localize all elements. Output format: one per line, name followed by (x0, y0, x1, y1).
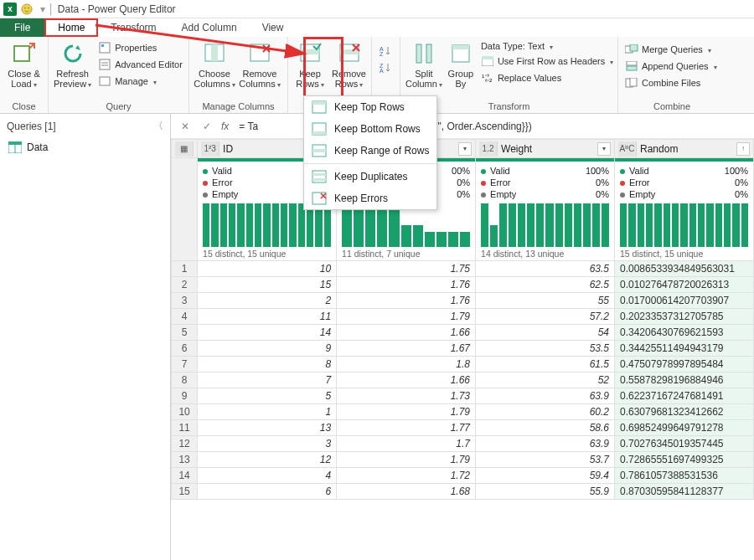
data-type-button[interactable]: Data Type: Text (479, 40, 615, 52)
cell[interactable]: 1.76 (337, 293, 476, 309)
table-row[interactable]: 4111.7957.20.20233537312705785 (172, 309, 754, 325)
cell[interactable]: 54 (476, 325, 615, 341)
cell[interactable]: 1.67 (337, 341, 476, 357)
row-number[interactable]: 7 (172, 357, 198, 372)
table-row[interactable]: 951.7363.90.62237167247681491 (172, 388, 754, 404)
cell[interactable]: 1.76 (337, 277, 476, 293)
cell[interactable]: 63.5 (476, 261, 615, 277)
row-number[interactable]: 11 (172, 420, 198, 436)
filter-dropdown-icon[interactable]: ▾ (458, 142, 472, 156)
filter-dropdown-icon[interactable]: ↑ (736, 142, 750, 156)
row-number[interactable]: 14 (172, 468, 198, 484)
cell[interactable]: 52 (476, 372, 615, 388)
cell[interactable]: 9 (198, 341, 337, 357)
cell[interactable]: 1.8 (337, 357, 476, 372)
cell[interactable]: 1.72 (337, 468, 476, 484)
table-row[interactable]: 5141.66540.34206430769621593 (172, 325, 754, 341)
cell[interactable]: 1.66 (337, 325, 476, 341)
cell[interactable]: 7 (198, 372, 337, 388)
cell[interactable]: 12 (198, 452, 337, 468)
cell[interactable]: 0.63079681323412662 (615, 404, 754, 420)
choose-columns-button[interactable]: Choose Columns (194, 39, 235, 90)
cell[interactable]: 63.9 (476, 436, 615, 452)
row-number[interactable]: 8 (172, 372, 198, 388)
queries-collapse-button[interactable]: 〈 (153, 119, 163, 133)
cell[interactable]: 4 (198, 468, 337, 484)
sort-desc-button[interactable]: ZA (377, 60, 395, 75)
cell[interactable]: 1.73 (337, 388, 476, 404)
cell[interactable]: 55.9 (476, 484, 615, 500)
cell[interactable]: 0.62237167247681491 (615, 388, 754, 404)
cell[interactable]: 53.7 (476, 452, 615, 468)
cell[interactable]: 8 (198, 357, 337, 372)
cell[interactable]: 0.0086533934849563031 (615, 261, 754, 277)
append-queries-button[interactable]: Append Queries (623, 59, 720, 74)
table-row[interactable]: 2151.7662.50.010276478720026313 (172, 277, 754, 293)
cell[interactable]: 0.017000614207703907 (615, 293, 754, 309)
cell[interactable]: 60.2 (476, 404, 615, 420)
group-by-button[interactable]: Group By (447, 39, 474, 89)
table-row[interactable]: 1011.7960.20.63079681323412662 (172, 404, 754, 420)
cell[interactable]: 55 (476, 293, 615, 309)
replace-values-button[interactable]: 12Replace Values (479, 70, 615, 85)
row-number[interactable]: 6 (172, 341, 198, 357)
sort-asc-button[interactable]: AZ (377, 44, 395, 59)
cell[interactable]: 5 (198, 388, 337, 404)
table-row[interactable]: 1561.6855.90.87030595841128377 (172, 484, 754, 500)
cell[interactable]: 1 (198, 404, 337, 420)
row-number[interactable]: 1 (172, 261, 198, 277)
cell[interactable]: 61.5 (476, 357, 615, 372)
properties-button[interactable]: Properties (96, 40, 184, 55)
row-number[interactable]: 15 (172, 484, 198, 500)
column-header-r[interactable]: AᴮCRandom↑ (615, 140, 754, 158)
cell[interactable]: 0.47507978997895484 (615, 357, 754, 372)
combine-files-button[interactable]: Combine Files (623, 75, 720, 90)
formula-cancel-button[interactable]: ✕ (178, 119, 193, 134)
row-number[interactable]: 9 (172, 388, 198, 404)
cell[interactable]: 1.68 (337, 484, 476, 500)
formula-accept-button[interactable]: ✓ (199, 119, 214, 134)
cell[interactable]: 6 (198, 484, 337, 500)
cell[interactable]: 1.75 (337, 261, 476, 277)
cell[interactable]: 63.9 (476, 388, 615, 404)
table-row[interactable]: 13121.7953.70.72865551697499325 (172, 452, 754, 468)
cell[interactable]: 62.5 (476, 277, 615, 293)
cell[interactable]: 13 (198, 420, 337, 436)
keep-errors-item[interactable]: Keep Errors (304, 188, 436, 209)
cell[interactable]: 0.69852499649791278 (615, 420, 754, 436)
cell[interactable]: 0.55878298196884946 (615, 372, 754, 388)
cell[interactable]: 0.70276345019357445 (615, 436, 754, 452)
cell[interactable]: 1.7 (337, 436, 476, 452)
cell[interactable]: 0.34425511494943179 (615, 341, 754, 357)
table-row[interactable]: 871.66520.55878298196884946 (172, 372, 754, 388)
row-number[interactable]: 5 (172, 325, 198, 341)
row-number[interactable]: 2 (172, 277, 198, 293)
table-row[interactable]: 1441.7259.40.7861057388531536 (172, 468, 754, 484)
keep-range-rows-item[interactable]: Keep Range of Rows (304, 140, 436, 162)
cell[interactable]: 14 (198, 325, 337, 341)
cell[interactable]: 0.7861057388531536 (615, 468, 754, 484)
corner-cell[interactable]: ▦ (172, 140, 198, 158)
row-number[interactable]: 3 (172, 293, 198, 309)
keep-duplicates-item[interactable]: Keep Duplicates (304, 166, 436, 188)
tab-add-column[interactable]: Add Column (169, 18, 250, 37)
first-row-headers-button[interactable]: Use First Row as Headers (479, 54, 615, 69)
table-row[interactable]: 11131.7758.60.69852499649791278 (172, 420, 754, 436)
cell[interactable]: 11 (198, 309, 337, 325)
table-row[interactable]: 1101.7563.50.0086533934849563031 (172, 261, 754, 277)
remove-rows-button[interactable]: Remove Rows (332, 39, 366, 90)
cell[interactable]: 0.34206430769621593 (615, 325, 754, 341)
row-number[interactable]: 12 (172, 436, 198, 452)
close-load-button[interactable]: Close & Load (5, 39, 43, 90)
cell[interactable]: 59.4 (476, 468, 615, 484)
advanced-editor-button[interactable]: Advanced Editor (96, 57, 184, 72)
cell[interactable]: 0.010276478720026313 (615, 277, 754, 293)
tab-home[interactable]: Home (44, 18, 98, 37)
cell[interactable]: 3 (198, 436, 337, 452)
keep-rows-button[interactable]: Keep Rows (293, 39, 327, 90)
cell[interactable]: 53.5 (476, 341, 615, 357)
cell[interactable]: 1.66 (337, 372, 476, 388)
remove-columns-button[interactable]: Remove Columns (240, 39, 280, 90)
cell[interactable]: 0.20233537312705785 (615, 309, 754, 325)
cell[interactable]: 0.87030595841128377 (615, 484, 754, 500)
